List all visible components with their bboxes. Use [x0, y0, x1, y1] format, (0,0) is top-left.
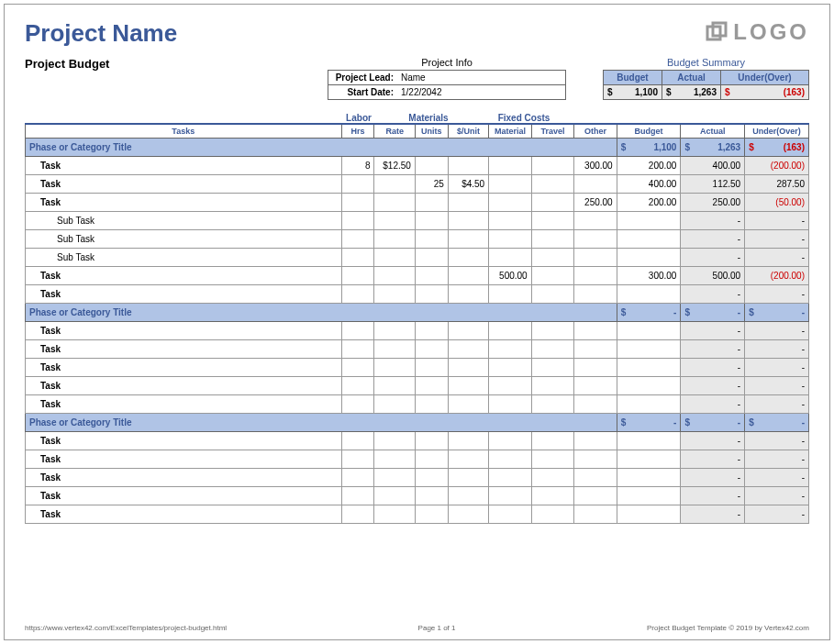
table-row: Sub Task-- [26, 249, 809, 267]
group-header-fixed: Fixed Costs [463, 113, 584, 123]
cell-underover: - [745, 487, 809, 505]
phase-title: Phase or Category Title [26, 414, 617, 432]
cell-travel [531, 212, 574, 230]
task-label: Task [26, 340, 342, 359]
table-row: Task-- [26, 432, 809, 450]
cell-perunit [448, 377, 488, 395]
cell-hrs [341, 395, 374, 414]
cell-rate [374, 450, 415, 469]
cell-units: 25 [415, 175, 448, 194]
column-header-row: Tasks Hrs Rate Units $/Unit Material Tra… [26, 124, 809, 139]
cell-other [574, 359, 617, 377]
summary-header-budget: Budget [604, 71, 662, 85]
cell-material [489, 175, 532, 194]
cell-units [415, 212, 448, 230]
document-page: Project Name LOGO Project Budget Project… [4, 4, 830, 640]
cell-other [574, 175, 617, 194]
cell-units [415, 450, 448, 469]
summary-header-actual: Actual [662, 71, 721, 85]
info-line-date: Start Date: 1/22/2042 [328, 85, 565, 99]
cell-perunit [448, 340, 488, 359]
cell-travel [531, 377, 574, 395]
cell-rate [374, 285, 415, 304]
cell-hrs [341, 285, 374, 304]
cell-actual: - [681, 340, 745, 359]
cell-other [574, 249, 617, 267]
cell-budget [617, 377, 681, 395]
col-rate: Rate [374, 124, 415, 139]
cell-material [489, 487, 532, 505]
logo-text: LOGO [733, 19, 809, 45]
cell-actual: - [681, 359, 745, 377]
cell-travel [531, 487, 574, 505]
cell-material [489, 212, 532, 230]
cell-rate [374, 377, 415, 395]
cell-units [415, 285, 448, 304]
task-label: Task [26, 359, 342, 377]
main-table: Tasks Hrs Rate Units $/Unit Material Tra… [25, 123, 809, 524]
cell-units [415, 322, 448, 340]
cell-perunit [448, 487, 488, 505]
cell-perunit [448, 285, 488, 304]
task-label: Task [26, 377, 342, 395]
cell-hrs [341, 450, 374, 469]
cell-material [489, 469, 532, 487]
subheader: Project Budget Project Info Project Lead… [25, 57, 809, 100]
phase-budget: $- [617, 304, 681, 322]
cell-underover: - [745, 249, 809, 267]
cell-budget: 300.00 [617, 267, 681, 285]
cell-budget [617, 249, 681, 267]
cell-underover: - [745, 285, 809, 304]
cell-units [415, 505, 448, 524]
cell-other [574, 450, 617, 469]
table-row: Task-- [26, 395, 809, 414]
cell-units [415, 359, 448, 377]
group-headers: Labor Materials Fixed Costs [25, 113, 809, 123]
col-budget: Budget [617, 124, 681, 139]
header: Project Name LOGO [25, 19, 809, 48]
cell-other [574, 377, 617, 395]
phase-row: Phase or Category Title$-$-$- [26, 304, 809, 322]
table-row: Task250.00200.00250.00(50.00) [26, 194, 809, 212]
summary-actual: $1,263 [662, 85, 721, 100]
cell-budget [617, 322, 681, 340]
table-row: Task-- [26, 487, 809, 505]
cell-rate: $12.50 [374, 157, 415, 175]
cell-material [489, 450, 532, 469]
cell-budget: 400.00 [617, 175, 681, 194]
phase-actual: $- [681, 414, 745, 432]
cell-actual: 112.50 [681, 175, 745, 194]
cell-hrs [341, 249, 374, 267]
task-label: Task [26, 267, 342, 285]
cell-material [489, 157, 532, 175]
cell-other [574, 505, 617, 524]
cell-material: 500.00 [489, 267, 532, 285]
info-label-date: Start Date: [328, 85, 397, 99]
summary-underover: $(163) [721, 85, 809, 100]
budget-summary-title: Budget Summary [603, 57, 809, 68]
cell-travel [531, 432, 574, 450]
cell-other [574, 267, 617, 285]
cell-budget [617, 505, 681, 524]
cell-budget [617, 212, 681, 230]
col-other: Other [574, 124, 617, 139]
cell-travel [531, 194, 574, 212]
footer-page: Page 1 of 1 [418, 624, 456, 632]
info-line-lead: Project Lead: Name [328, 71, 565, 85]
cell-travel [531, 285, 574, 304]
cell-material [489, 194, 532, 212]
cell-travel [531, 157, 574, 175]
cell-underover: - [745, 212, 809, 230]
table-row: Task25$4.50400.00112.50287.50 [26, 175, 809, 194]
footer-url: https://www.vertex42.com/ExcelTemplates/… [25, 624, 227, 632]
cell-underover: - [745, 340, 809, 359]
cell-perunit [448, 157, 488, 175]
task-label: Sub Task [26, 249, 342, 267]
cell-hrs [341, 322, 374, 340]
cell-travel [531, 340, 574, 359]
cell-underover: - [745, 450, 809, 469]
cell-travel [531, 395, 574, 414]
footer-copyright: Project Budget Template © 2019 by Vertex… [647, 624, 809, 632]
cell-material [489, 505, 532, 524]
cell-actual: - [681, 212, 745, 230]
